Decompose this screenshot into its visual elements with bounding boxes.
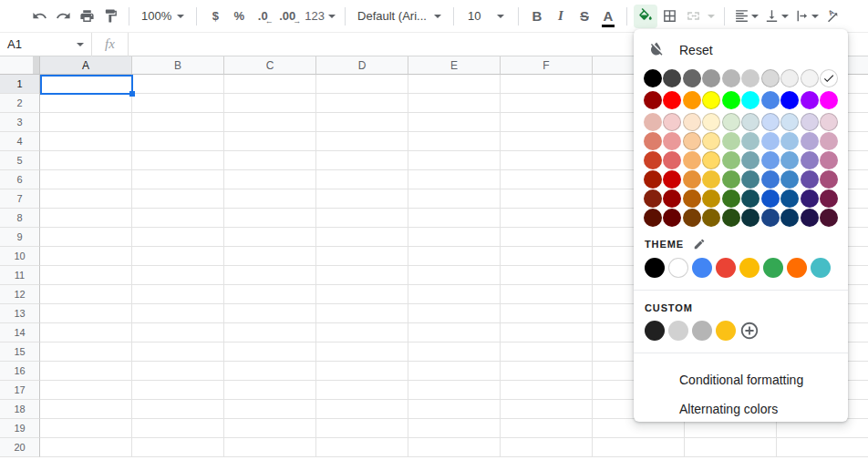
row-header-19[interactable]: 19 — [0, 419, 40, 438]
color-swatch[interactable] — [644, 170, 662, 189]
column-header-B[interactable]: B — [132, 56, 224, 75]
cell-C1[interactable] — [224, 75, 316, 94]
column-header-A[interactable]: A — [40, 56, 132, 75]
cell[interactable] — [685, 438, 777, 457]
color-swatch[interactable] — [663, 91, 681, 109]
cell-F16[interactable] — [501, 362, 593, 381]
cell-E3[interactable] — [408, 113, 501, 132]
alternating-colors-menu-item[interactable]: Alternating colors — [634, 394, 848, 424]
color-swatch[interactable] — [780, 209, 799, 227]
color-swatch[interactable] — [761, 170, 780, 189]
cell-F19[interactable] — [501, 419, 593, 438]
cell-C3[interactable] — [224, 113, 316, 132]
cell-F3[interactable] — [501, 113, 593, 132]
cell-F1[interactable] — [501, 75, 593, 94]
cell-D9[interactable] — [316, 228, 408, 247]
cell-B13[interactable] — [132, 304, 224, 323]
color-swatch[interactable] — [683, 113, 701, 131]
color-swatch[interactable] — [741, 189, 760, 208]
cell-F13[interactable] — [501, 304, 593, 323]
cell-A2[interactable] — [40, 94, 132, 113]
color-swatch[interactable] — [780, 113, 799, 131]
strikethrough-button[interactable]: S — [573, 5, 596, 28]
cell-D15[interactable] — [316, 342, 408, 362]
cell-F17[interactable] — [501, 381, 593, 400]
cell-D14[interactable] — [316, 323, 408, 342]
row-header-1[interactable]: 1 — [0, 75, 40, 94]
color-swatch[interactable] — [780, 132, 799, 150]
theme-color-swatch[interactable] — [645, 258, 665, 278]
cell-D17[interactable] — [316, 381, 408, 400]
color-swatch[interactable] — [663, 132, 681, 150]
color-swatch[interactable] — [761, 113, 780, 131]
color-swatch[interactable] — [702, 170, 720, 189]
cell-E4[interactable] — [408, 132, 501, 151]
cell-C10[interactable] — [224, 247, 316, 266]
color-swatch[interactable] — [702, 189, 720, 208]
color-swatch[interactable] — [663, 170, 681, 189]
color-swatch[interactable] — [820, 151, 838, 169]
cell-F5[interactable] — [501, 151, 593, 170]
select-all-corner[interactable] — [0, 56, 40, 75]
theme-color-swatch[interactable] — [739, 258, 760, 278]
cell-D18[interactable] — [316, 400, 408, 419]
color-swatch[interactable] — [741, 69, 760, 87]
row-header-2[interactable]: 2 — [0, 94, 40, 113]
color-swatch[interactable] — [820, 170, 838, 189]
cell-D5[interactable] — [316, 151, 408, 170]
cell-E5[interactable] — [408, 151, 501, 170]
add-custom-color-button[interactable] — [739, 321, 760, 341]
cell-B12[interactable] — [132, 285, 224, 304]
borders-button[interactable] — [657, 5, 681, 28]
color-swatch[interactable] — [801, 170, 819, 189]
cell-A4[interactable] — [40, 132, 132, 151]
color-swatch[interactable] — [801, 113, 819, 131]
name-box[interactable]: A1 — [0, 33, 91, 56]
cell-A19[interactable] — [40, 419, 132, 438]
color-swatch[interactable] — [801, 209, 819, 227]
color-swatch[interactable] — [741, 170, 760, 189]
cell-A6[interactable] — [40, 170, 132, 189]
cell-E8[interactable] — [408, 209, 501, 228]
cell-A5[interactable] — [40, 151, 132, 170]
color-swatch[interactable] — [644, 151, 662, 169]
cell-B14[interactable] — [132, 323, 224, 342]
format-currency-button[interactable]: $ — [203, 5, 227, 28]
cell-B4[interactable] — [132, 132, 224, 151]
color-swatch[interactable] — [741, 151, 760, 169]
cell-D16[interactable] — [316, 362, 408, 381]
color-swatch[interactable] — [663, 209, 681, 227]
cell-F15[interactable] — [501, 342, 593, 362]
cell-B9[interactable] — [132, 228, 224, 247]
color-swatch[interactable] — [801, 69, 819, 87]
color-swatch[interactable] — [702, 151, 720, 169]
cell-A13[interactable] — [40, 304, 132, 323]
custom-color-swatch[interactable] — [668, 321, 688, 341]
row-header-8[interactable]: 8 — [0, 209, 40, 228]
cell-F4[interactable] — [501, 132, 593, 151]
cell-C18[interactable] — [224, 400, 316, 419]
color-swatch[interactable] — [683, 132, 701, 150]
color-swatch[interactable] — [702, 209, 720, 227]
cell-D3[interactable] — [316, 113, 408, 132]
fill-color-button[interactable] — [634, 5, 657, 28]
color-swatch[interactable] — [683, 91, 701, 109]
color-swatch[interactable] — [683, 170, 701, 189]
decrease-decimal-button[interactable]: .0← — [251, 5, 274, 28]
cell-C19[interactable] — [224, 419, 316, 438]
text-color-button[interactable]: A — [596, 5, 620, 28]
paint-format-button[interactable] — [98, 5, 122, 28]
cell-F18[interactable] — [501, 400, 593, 419]
color-swatch[interactable] — [801, 91, 819, 109]
color-swatch[interactable] — [820, 69, 838, 87]
color-swatch[interactable] — [741, 113, 760, 131]
theme-color-swatch[interactable] — [811, 258, 831, 278]
cell-F20[interactable] — [501, 438, 593, 457]
cell-C6[interactable] — [224, 170, 316, 189]
cell-C20[interactable] — [224, 438, 316, 457]
cell-E2[interactable] — [408, 94, 501, 113]
color-swatch[interactable] — [722, 113, 740, 131]
font-select[interactable]: Default (Ari... — [352, 5, 447, 28]
cell-C12[interactable] — [224, 285, 316, 304]
cell-F11[interactable] — [501, 266, 593, 285]
